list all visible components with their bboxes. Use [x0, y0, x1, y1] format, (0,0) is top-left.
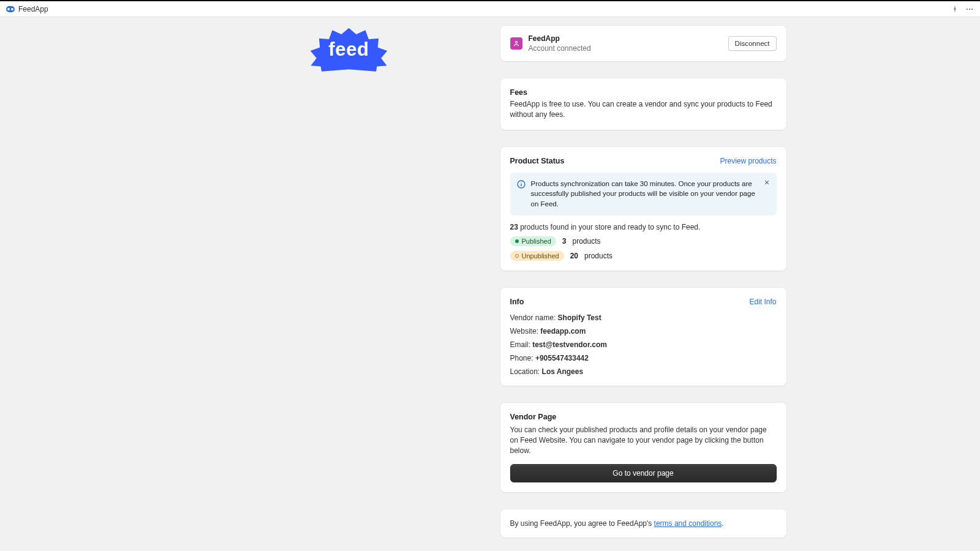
website-label: Website:: [510, 327, 541, 335]
fees-title: Fees: [510, 88, 777, 97]
svg-point-2: [971, 8, 973, 9]
fees-body: FeedApp is free to use. You can create a…: [510, 99, 777, 120]
product-status-card: Product Status Preview products Products…: [500, 147, 786, 271]
account-name: FeedApp: [529, 34, 591, 43]
vendor-page-body: You can check your published products an…: [510, 425, 777, 457]
more-icon[interactable]: [965, 5, 974, 13]
website-row: Website: feedapp.com: [510, 327, 777, 335]
total-suffix: products found in your store and ready t…: [518, 223, 701, 231]
svg-point-7: [521, 182, 521, 182]
vendor-page-title: Vendor Page: [510, 413, 777, 421]
app-topbar: FeedApp: [0, 1, 980, 17]
svg-point-0: [967, 8, 968, 9]
total-count: 23: [510, 223, 518, 231]
published-count: 3: [562, 237, 567, 246]
location-row: Location: Los Angees: [510, 367, 777, 376]
info-icon: [516, 179, 526, 189]
published-row: Published 3 products: [510, 236, 777, 246]
svg-point-1: [969, 8, 970, 9]
account-info: FeedApp Account connected: [510, 34, 591, 53]
email-value: test@testvendor.com: [532, 340, 607, 349]
fees-card: Fees FeedApp is free to use. You can cre…: [500, 78, 786, 130]
location-value: Los Angees: [542, 367, 584, 376]
email-row: Email: test@testvendor.com: [510, 340, 777, 349]
close-icon[interactable]: [762, 178, 772, 187]
vendor-name-value: Shopify Test: [558, 313, 601, 322]
app-logo-icon: [6, 6, 15, 12]
vendor-name-label: Vendor name:: [510, 313, 558, 322]
info-card: Info Edit Info Vendor name: Shopify Test…: [500, 288, 786, 386]
terms-prefix: By using FeedApp, you agree to FeedApp's: [510, 519, 654, 528]
svg-text:feed: feed: [328, 39, 369, 60]
topbar-left: FeedApp: [6, 5, 48, 13]
account-status: Account connected: [529, 44, 591, 53]
unpublished-label: Unpublished: [522, 252, 559, 260]
logo-column: feed: [194, 26, 390, 538]
phone-row: Phone: +905547433442: [510, 354, 777, 362]
unpublished-suffix: products: [584, 252, 612, 260]
terms-card: By using FeedApp, you agree to FeedApp's…: [500, 509, 786, 538]
terms-text: By using FeedApp, you agree to FeedApp's…: [510, 519, 724, 528]
total-products-line: 23 products found in your store and read…: [510, 223, 777, 231]
feed-logo: feed: [307, 26, 390, 538]
phone-label: Phone:: [510, 354, 535, 362]
published-badge: Published: [510, 236, 556, 246]
account-avatar-icon: [510, 37, 522, 50]
go-to-vendor-button[interactable]: Go to vendor page: [510, 464, 777, 482]
topbar-right: [951, 5, 974, 13]
disconnect-button[interactable]: Disconnect: [728, 36, 777, 51]
terms-suffix: .: [722, 519, 723, 528]
account-text: FeedApp Account connected: [529, 34, 591, 53]
published-label: Published: [522, 238, 551, 245]
account-card: FeedApp Account connected Disconnect: [500, 26, 786, 61]
phone-value: +905547433442: [535, 354, 589, 362]
app-name: FeedApp: [18, 5, 48, 13]
svg-point-4: [515, 41, 517, 43]
location-label: Location:: [510, 367, 542, 376]
status-dot-icon: [515, 239, 519, 243]
info-title: Info: [510, 298, 524, 306]
pin-icon[interactable]: [951, 5, 959, 13]
published-suffix: products: [573, 237, 601, 246]
unpublished-badge: Unpublished: [510, 251, 564, 261]
feed-logo-icon: feed: [307, 26, 390, 72]
banner-text: Products synchronization can take 30 min…: [531, 179, 771, 209]
sync-info-banner: Products synchronization can take 30 min…: [510, 173, 777, 216]
email-label: Email:: [510, 340, 533, 349]
website-value: feedapp.com: [540, 327, 586, 335]
unpublished-row: Unpublished 20 products: [510, 251, 777, 261]
edit-info-link[interactable]: Edit Info: [749, 298, 776, 306]
terms-link[interactable]: terms and conditions: [654, 519, 722, 528]
product-status-title: Product Status: [510, 157, 565, 165]
status-dot-icon: [515, 254, 519, 258]
content-column: FeedApp Account connected Disconnect Fee…: [500, 26, 786, 538]
unpublished-count: 20: [570, 252, 578, 260]
vendor-name-row: Vendor name: Shopify Test: [510, 313, 777, 322]
vendor-page-card: Vendor Page You can check your published…: [500, 403, 786, 492]
preview-products-link[interactable]: Preview products: [720, 157, 776, 165]
page-body: feed FeedApp Account connected Disconnec…: [0, 17, 980, 551]
